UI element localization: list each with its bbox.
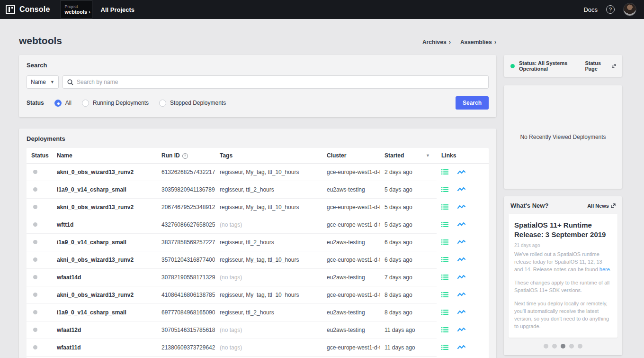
table-row[interactable]: wftt1d 432760866276580251 (no tags) gce-…: [27, 216, 489, 234]
table-row[interactable]: wfaat14d 3078219055817132923 (no tags) e…: [27, 269, 489, 286]
deployment-started: 6 days ago: [380, 234, 437, 251]
metrics-chart-icon[interactable]: [457, 257, 465, 262]
logs-list-icon[interactable]: [441, 221, 448, 228]
deployment-run-id: 3070514631578561818: [157, 321, 215, 339]
table-row[interactable]: wfaat12d 3070514631578561818 (no tags) e…: [27, 321, 489, 339]
deployment-name[interactable]: i1a9_0_v14_csharp_small: [52, 234, 157, 251]
logs-list-icon[interactable]: [441, 292, 448, 298]
logs-list-icon[interactable]: [441, 204, 448, 210]
deployment-name[interactable]: wfaat11d: [52, 357, 157, 358]
logs-list-icon[interactable]: [441, 309, 448, 315]
deployment-tags: regisseur, My_tag, ttl_10_hours: [215, 251, 322, 269]
deployment-cluster: gce-europe-west1-d-te...: [322, 251, 380, 269]
deployment-run-id: 4346087272485652708: [157, 357, 215, 358]
search-field-select[interactable]: Name ▼: [27, 75, 59, 89]
carousel-dot[interactable]: [569, 344, 574, 349]
deployment-name[interactable]: wfaat14d: [52, 269, 157, 286]
project-label: Project: [65, 4, 88, 9]
table-row[interactable]: wfaat11d 4346087272485652708 (no tags) g…: [27, 357, 489, 358]
deployment-name[interactable]: wftt1d: [52, 216, 157, 234]
table-row[interactable]: akni_0_obs_wizard13_runv2 20674679525348…: [27, 199, 489, 216]
deployment-started: 8 days ago: [380, 286, 437, 304]
deployment-name[interactable]: i1a9_0_v14_csharp_small: [52, 181, 157, 199]
logs-list-icon[interactable]: [441, 344, 448, 350]
search-button[interactable]: Search: [456, 96, 489, 110]
deployment-run-id: 4108641680613878547: [157, 286, 215, 304]
carousel-dot[interactable]: [561, 344, 565, 349]
brand-name: Console: [19, 5, 50, 14]
status-page-link[interactable]: Status Page: [585, 60, 616, 72]
metrics-chart-icon[interactable]: [457, 327, 465, 332]
deployment-status-dot: [33, 170, 37, 174]
metrics-chart-icon[interactable]: [457, 169, 465, 175]
news-article: SpatialOS 11+ Runtime Release: 3 Septemb…: [509, 214, 617, 338]
logs-list-icon[interactable]: [441, 274, 448, 280]
deployment-name[interactable]: wfaat11d: [52, 339, 157, 357]
search-heading: Search: [27, 62, 489, 69]
radio-stopped[interactable]: Stopped Deployments: [159, 100, 226, 107]
col-name[interactable]: Name: [52, 148, 157, 164]
logs-list-icon[interactable]: [441, 169, 448, 175]
release-notes-link[interactable]: here: [599, 266, 610, 272]
help-circle-icon[interactable]: ?: [182, 153, 188, 159]
deployment-cluster: gce-europe-west1-d-te...: [322, 286, 380, 304]
carousel-dot[interactable]: [552, 344, 557, 349]
project-switcher[interactable]: Project webtools ›: [61, 0, 92, 19]
radio-all[interactable]: All: [54, 100, 72, 107]
table-row[interactable]: wfaat11d 2138060937372964241 (no tags) g…: [27, 339, 489, 357]
deployment-tags: regisseur, My_tag, ttl_10_hours: [215, 164, 322, 181]
metrics-chart-icon[interactable]: [457, 274, 465, 280]
carousel-dot[interactable]: [544, 344, 548, 349]
deployments-heading: Deployments: [27, 135, 489, 142]
table-row[interactable]: akni_0_obs_wizard13_runv2 61326268257432…: [27, 164, 489, 181]
metrics-chart-icon[interactable]: [457, 186, 465, 192]
table-row[interactable]: akni_0_obs_wizard13_runv2 41086416806138…: [27, 286, 489, 304]
table-row[interactable]: akni_0_obs_wizard13_runv2 35701204316877…: [27, 251, 489, 269]
sort-caret-icon[interactable]: ▼: [426, 153, 430, 158]
deployment-name[interactable]: wfaat12d: [52, 321, 157, 339]
deployment-name[interactable]: akni_0_obs_wizard13_runv2: [52, 199, 157, 216]
metrics-chart-icon[interactable]: [457, 309, 465, 315]
deployment-tags: (no tags): [215, 269, 322, 286]
table-row[interactable]: i1a9_0_v14_csharp_small 3035982094113678…: [27, 181, 489, 199]
deployments-card: Deployments Status Name Run ID? Tags: [19, 129, 496, 358]
logs-list-icon[interactable]: [441, 257, 448, 263]
archives-link[interactable]: Archives ›: [422, 39, 451, 46]
table-row[interactable]: i1a9_0_v14_csharp_small 3837785856925722…: [27, 234, 489, 251]
deployment-name[interactable]: akni_0_obs_wizard13_runv2: [52, 164, 157, 181]
logs-list-icon[interactable]: [441, 186, 448, 193]
col-links: Links: [437, 148, 489, 164]
logs-list-icon[interactable]: [441, 239, 448, 245]
nav-all-projects[interactable]: All Projects: [92, 0, 143, 19]
table-row[interactable]: i1a9_0_v14_csharp_small 6977708496816509…: [27, 304, 489, 321]
deployment-status-dot: [33, 187, 37, 192]
help-icon[interactable]: ?: [606, 5, 615, 14]
col-started[interactable]: Started▼: [380, 148, 437, 164]
all-news-link[interactable]: All News: [587, 203, 616, 209]
docs-link[interactable]: Docs: [583, 6, 598, 13]
deployment-name[interactable]: akni_0_obs_wizard13_runv2: [52, 251, 157, 269]
col-run-id: Run ID?: [157, 148, 215, 164]
deployment-name[interactable]: akni_0_obs_wizard13_runv2: [52, 286, 157, 304]
deployment-cluster: eu2aws-testing: [322, 234, 380, 251]
brand[interactable]: Console: [0, 0, 61, 19]
console-logo-icon: [6, 5, 15, 14]
deployment-tags: regisseur, ttl_2_hours: [215, 304, 322, 321]
carousel-dot[interactable]: [578, 344, 582, 349]
metrics-chart-icon[interactable]: [457, 344, 465, 350]
logs-list-icon[interactable]: [441, 327, 448, 333]
metrics-chart-icon[interactable]: [457, 239, 465, 245]
radio-icon: [82, 100, 89, 107]
search-input-wrap: [63, 75, 489, 89]
radio-running[interactable]: Running Deployments: [82, 100, 149, 107]
deployment-started: 11 days ago: [380, 321, 437, 339]
deployment-name[interactable]: i1a9_0_v14_csharp_small: [52, 304, 157, 321]
metrics-chart-icon[interactable]: [457, 292, 465, 297]
avatar[interactable]: [623, 3, 636, 16]
metrics-chart-icon[interactable]: [457, 204, 465, 210]
assemblies-link[interactable]: Assemblies ›: [460, 39, 496, 46]
metrics-chart-icon[interactable]: [457, 221, 465, 227]
search-input[interactable]: [77, 79, 484, 85]
deployment-tags: (no tags): [215, 321, 322, 339]
deployment-started: 7 days ago: [380, 269, 437, 286]
